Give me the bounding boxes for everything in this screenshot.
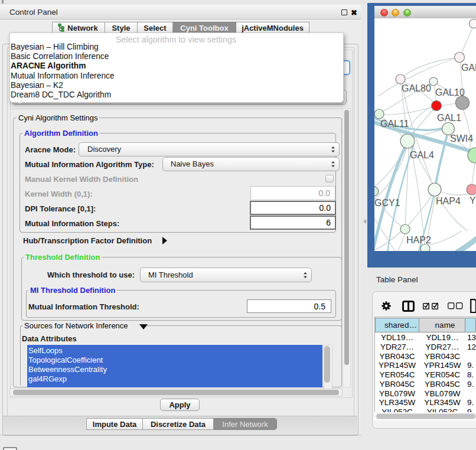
svg-text:GAL11: GAL11 [380, 119, 409, 129]
svg-text:SWI4: SWI4 [450, 133, 473, 144]
svg-text:GAL7: GAL7 [461, 63, 476, 73]
svg-text:GAL4: GAL4 [410, 150, 434, 160]
svg-text:HAP4: HAP4 [436, 196, 461, 206]
svg-text:GAL10: GAL10 [435, 87, 465, 97]
svg-text:GAL80: GAL80 [402, 83, 431, 93]
svg-text:GCY1: GCY1 [374, 198, 400, 208]
svg-text:YJ: YJ [470, 195, 476, 206]
svg-text:GAL1: GAL1 [437, 113, 461, 123]
svg-text:HAP2: HAP2 [406, 235, 431, 245]
